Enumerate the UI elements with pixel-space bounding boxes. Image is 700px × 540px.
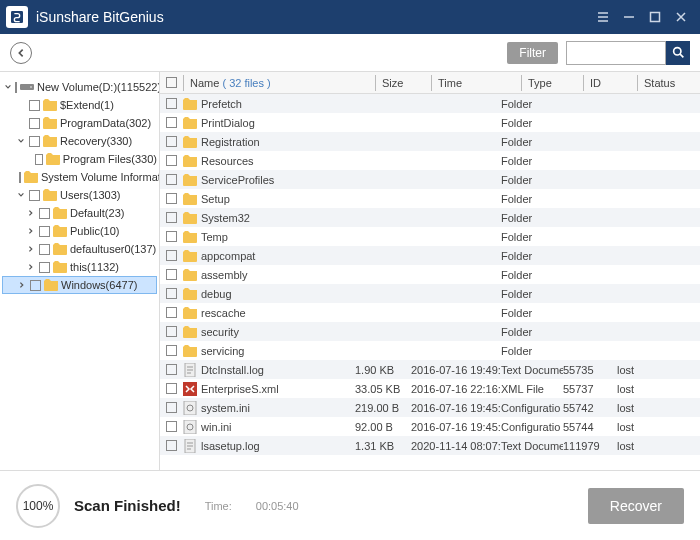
tree-item[interactable]: this(1132) <box>2 258 157 276</box>
file-row[interactable]: SetupFolder <box>160 189 700 208</box>
row-checkbox[interactable] <box>166 193 177 204</box>
col-status[interactable]: Status <box>637 75 685 91</box>
expand-icon[interactable] <box>26 226 36 236</box>
file-row[interactable]: appcompatFolder <box>160 246 700 265</box>
file-row[interactable]: debugFolder <box>160 284 700 303</box>
row-checkbox[interactable] <box>166 231 177 242</box>
row-checkbox[interactable] <box>166 117 177 128</box>
file-row[interactable]: PrefetchFolder <box>160 94 700 113</box>
expand-icon[interactable] <box>16 190 26 200</box>
col-id[interactable]: ID <box>583 75 637 91</box>
tree-checkbox[interactable] <box>39 244 50 255</box>
tree-checkbox[interactable] <box>39 226 50 237</box>
row-checkbox[interactable] <box>166 440 177 451</box>
search-button[interactable] <box>666 41 690 65</box>
tree-item[interactable]: defaultuser0(137) <box>2 240 157 258</box>
file-row[interactable]: win.ini92.00 B2016-07-16 19:45:35Configu… <box>160 417 700 436</box>
tree-checkbox[interactable] <box>29 136 40 147</box>
cell-size: 1.31 KB <box>355 440 411 452</box>
close-button[interactable] <box>668 4 694 30</box>
filter-button[interactable]: Filter <box>507 42 558 64</box>
file-row[interactable]: TempFolder <box>160 227 700 246</box>
tree-checkbox[interactable] <box>29 118 40 129</box>
file-row[interactable]: RegistrationFolder <box>160 132 700 151</box>
row-checkbox[interactable] <box>166 326 177 337</box>
tree-item[interactable]: Public(10) <box>2 222 157 240</box>
row-checkbox[interactable] <box>166 155 177 166</box>
tree-checkbox[interactable] <box>29 100 40 111</box>
expand-icon[interactable] <box>16 118 26 128</box>
tree-item[interactable]: ProgramData(302) <box>2 114 157 132</box>
row-checkbox[interactable] <box>166 136 177 147</box>
row-checkbox[interactable] <box>166 307 177 318</box>
expand-icon[interactable] <box>26 244 36 254</box>
folder-icon <box>183 116 197 130</box>
row-checkbox[interactable] <box>166 383 177 394</box>
tree-item[interactable]: New Volume(D:)(115522) <box>2 78 157 96</box>
file-row[interactable]: rescacheFolder <box>160 303 700 322</box>
file-row[interactable]: DtcInstall.log1.90 KB2016-07-16 19:49:13… <box>160 360 700 379</box>
col-time[interactable]: Time <box>431 75 521 91</box>
expand-icon[interactable] <box>26 262 36 272</box>
file-row[interactable]: lsasetup.log1.31 KB2020-11-14 08:07:02Te… <box>160 436 700 455</box>
row-checkbox[interactable] <box>166 288 177 299</box>
search-input[interactable] <box>566 41 666 65</box>
file-row[interactable]: ResourcesFolder <box>160 151 700 170</box>
minimize-button[interactable] <box>616 4 642 30</box>
col-size[interactable]: Size <box>375 75 431 91</box>
row-checkbox[interactable] <box>166 364 177 375</box>
expand-icon[interactable] <box>16 100 26 110</box>
row-checkbox[interactable] <box>166 212 177 223</box>
menu-button[interactable] <box>590 4 616 30</box>
cell-name: Setup <box>183 192 355 206</box>
expand-icon[interactable] <box>26 208 36 218</box>
tree-checkbox[interactable] <box>15 82 17 93</box>
recover-button[interactable]: Recover <box>588 488 684 524</box>
tree-checkbox[interactable] <box>30 280 41 291</box>
cell-name: System32 <box>183 211 355 225</box>
folder-icon <box>24 171 38 183</box>
col-type[interactable]: Type <box>521 75 583 91</box>
tree-item[interactable]: $Extend(1) <box>2 96 157 114</box>
tree-item[interactable]: Default(23) <box>2 204 157 222</box>
file-row[interactable]: System32Folder <box>160 208 700 227</box>
cell-type: Folder <box>501 136 563 148</box>
file-list[interactable]: PrefetchFolderPrintDialogFolderRegistrat… <box>160 94 700 470</box>
tree-checkbox[interactable] <box>19 172 21 183</box>
expand-icon[interactable] <box>4 82 12 92</box>
back-button[interactable] <box>10 42 32 64</box>
expand-icon[interactable] <box>17 280 27 290</box>
cell-id: 55735 <box>563 364 617 376</box>
file-row[interactable]: system.ini219.00 B2016-07-16 19:45:35Con… <box>160 398 700 417</box>
maximize-button[interactable] <box>642 4 668 30</box>
select-all-checkbox[interactable] <box>166 77 177 88</box>
tree-checkbox[interactable] <box>29 190 40 201</box>
row-checkbox[interactable] <box>166 174 177 185</box>
tree-checkbox[interactable] <box>39 262 50 273</box>
tree-label: Windows(6477) <box>61 279 137 291</box>
row-checkbox[interactable] <box>166 345 177 356</box>
row-checkbox[interactable] <box>166 402 177 413</box>
tree-item[interactable]: Users(1303) <box>2 186 157 204</box>
file-row[interactable]: PrintDialogFolder <box>160 113 700 132</box>
file-row[interactable]: assemblyFolder <box>160 265 700 284</box>
cell-time: 2016-07-16 19:45:35 <box>411 402 501 414</box>
tree-checkbox[interactable] <box>39 208 50 219</box>
tree-checkbox[interactable] <box>35 154 43 165</box>
tree-item[interactable]: Windows(6477) <box>2 276 157 294</box>
file-row[interactable]: ServiceProfilesFolder <box>160 170 700 189</box>
row-checkbox[interactable] <box>166 250 177 261</box>
folder-tree[interactable]: New Volume(D:)(115522)$Extend(1)ProgramD… <box>0 72 160 470</box>
row-checkbox[interactable] <box>166 269 177 280</box>
col-name[interactable]: Name ( 32 files ) <box>183 75 375 91</box>
tree-item[interactable]: System Volume Information(8) <box>2 168 157 186</box>
row-checkbox[interactable] <box>166 98 177 109</box>
expand-icon[interactable] <box>16 136 26 146</box>
file-row[interactable]: servicingFolder <box>160 341 700 360</box>
row-checkbox[interactable] <box>166 421 177 432</box>
file-row[interactable]: securityFolder <box>160 322 700 341</box>
file-row[interactable]: EnterpriseS.xml33.05 KB2016-07-16 22:16:… <box>160 379 700 398</box>
expand-icon[interactable] <box>26 154 32 164</box>
tree-item[interactable]: Recovery(330) <box>2 132 157 150</box>
tree-item[interactable]: Program Files(330) <box>2 150 157 168</box>
